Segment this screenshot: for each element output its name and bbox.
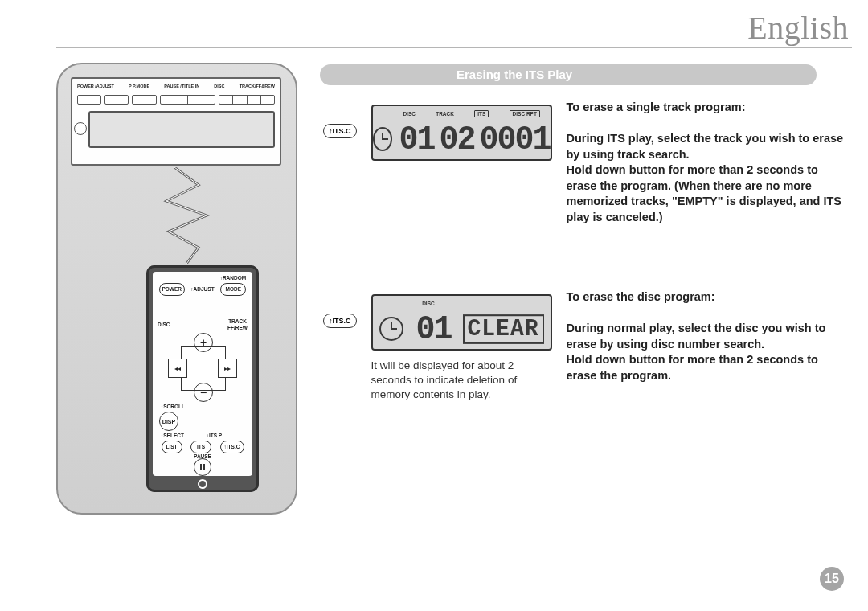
remote-label-track: TRACK FF/REW bbox=[227, 318, 248, 331]
remote-lanyard-hole-icon bbox=[198, 479, 207, 489]
connector-icon bbox=[162, 167, 211, 264]
hu-label-pmode: P P.MODE bbox=[129, 84, 149, 95]
lcd1-label-discrpt: DISC RPT bbox=[510, 110, 540, 117]
pause-icon bbox=[194, 458, 211, 476]
manual-page: English POWER /ADJUST P P.MODE PAUSE /TI… bbox=[0, 0, 868, 611]
divider bbox=[320, 264, 848, 264]
section-heading: Erasing the ITS Play bbox=[320, 64, 817, 85]
plus-icon: + bbox=[194, 333, 213, 352]
hu-button-row bbox=[77, 95, 275, 108]
lcd1-label-its: ITS bbox=[474, 110, 489, 117]
lcd1-label-disc: DISC bbox=[403, 111, 416, 117]
rew-icon: ◂◂ bbox=[168, 359, 187, 378]
lcd-display-1: DISC TRACK ITS DISC RPT 01 02 0001 bbox=[371, 105, 552, 161]
clock-icon bbox=[379, 317, 403, 341]
lcd2-label-disc: DISC bbox=[422, 301, 435, 306]
remote-label-itsp: ↓ITS.P bbox=[207, 433, 223, 439]
hu-screen bbox=[88, 111, 275, 148]
instructions-2: To erase the disc program: During normal… bbox=[567, 289, 848, 383]
remote-label-adjust: ↑ADJUST bbox=[190, 286, 214, 293]
hu-label-disc: DISC bbox=[214, 84, 224, 95]
lcd2-disc-num: 01 bbox=[416, 310, 452, 347]
remote-illustration: ↑RANDOM POWER ↑ADJUST MODE DISC TRACK FF… bbox=[146, 265, 259, 492]
instructions-1: To erase a single track program: During … bbox=[567, 100, 848, 226]
itsc-button-icon: ↑ITS.C bbox=[323, 314, 357, 328]
lcd1-time: 0001 bbox=[480, 120, 551, 158]
erase-disc-program-block: ↑ITS.C DISC 01 CLEAR It will be displaye… bbox=[323, 289, 848, 403]
ff-icon: ▸▸ bbox=[218, 359, 237, 378]
lcd-display-2: DISC 01 CLEAR bbox=[371, 294, 552, 351]
lcd1-label-track: TRACK bbox=[436, 111, 454, 117]
cd-icon bbox=[74, 122, 87, 135]
page-number: 15 bbox=[820, 567, 844, 591]
hu-label-track: TRACK/FF&REW bbox=[240, 84, 275, 95]
instr2-heading: To erase the disc program: bbox=[567, 290, 715, 303]
minus-icon: − bbox=[194, 383, 213, 402]
instr1-line1: During ITS play, select the track you wi… bbox=[567, 132, 844, 161]
lcd2-caption: It will be displayed for about 2 seconds… bbox=[371, 359, 552, 403]
header-language: English bbox=[747, 9, 849, 47]
remote-label-random: ↑RANDOM bbox=[220, 275, 247, 281]
remote-power-button: POWER bbox=[159, 283, 185, 296]
remote-dpad: + − ◂◂ ▸▸ bbox=[170, 334, 235, 400]
erase-single-track-block: ↑ITS.C DISC TRACK ITS DISC RPT 01 02 000… bbox=[323, 100, 848, 226]
remote-label-disc: DISC bbox=[158, 322, 170, 328]
lcd2-clear: CLEAR bbox=[463, 314, 544, 344]
headunit-illustration: POWER /ADJUST P P.MODE PAUSE /TITLE IN D… bbox=[71, 77, 281, 166]
hu-label-power: POWER /ADJUST bbox=[77, 84, 114, 95]
instr1-line2: Hold down button for more than 2 seconds… bbox=[567, 163, 842, 223]
header-bar: English bbox=[56, 6, 852, 48]
hu-label-pause: PAUSE /TITLE IN bbox=[164, 84, 199, 95]
lcd1-disc-num: 01 bbox=[399, 120, 434, 158]
instr2-line1: During normal play, select the disc you … bbox=[567, 322, 826, 351]
remote-mode-button: MODE bbox=[220, 283, 246, 296]
device-panel: POWER /ADJUST P P.MODE PAUSE /TITLE IN D… bbox=[56, 63, 297, 515]
remote-label-select: ↑SELECT bbox=[161, 433, 184, 439]
remote-disp-button: DISP bbox=[159, 412, 178, 431]
instr1-heading: To erase a single track program: bbox=[567, 100, 746, 113]
lcd1-track-num: 02 bbox=[439, 120, 474, 158]
instr2-line2: Hold down button for more than 2 seconds… bbox=[567, 353, 818, 382]
remote-label-scroll: ↑SCROLL bbox=[161, 404, 185, 410]
itsc-button-icon: ↑ITS.C bbox=[323, 124, 357, 138]
clock-icon bbox=[373, 127, 393, 151]
